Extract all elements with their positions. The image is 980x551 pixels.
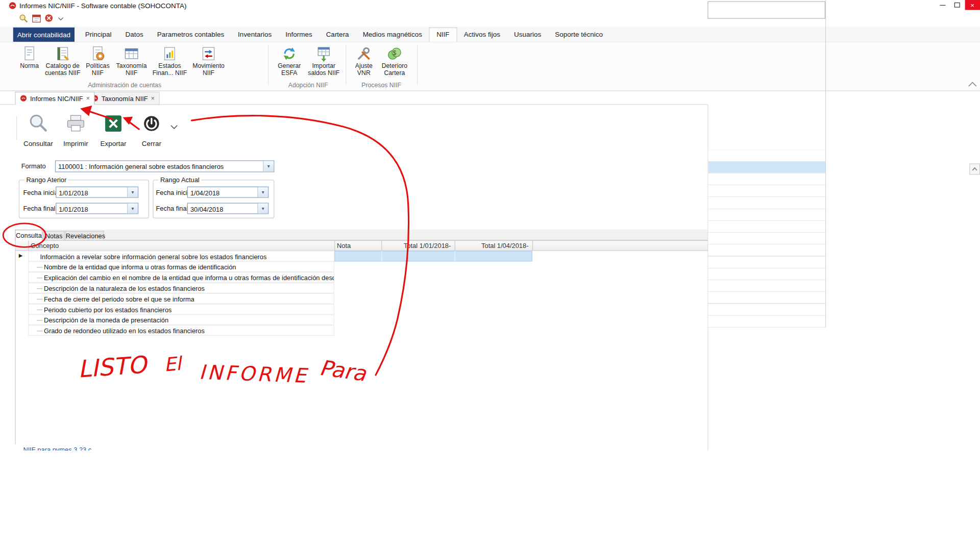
calendar-icon[interactable] [32, 14, 41, 23]
dropdown-caret-icon[interactable]: ▾ [257, 187, 268, 197]
imprimir-button[interactable]: Imprimir [58, 112, 94, 147]
table-row[interactable]: Descripción de la naturaleza de los esta… [28, 283, 334, 293]
toolbar-more-chevron-icon[interactable] [170, 125, 178, 130]
group-separator [417, 45, 418, 85]
background-panel-box [707, 1, 825, 18]
ribbon-tab-inventarios[interactable]: Inventarios [231, 28, 279, 42]
ribbon-item-importar-saldos[interactable]: Importar saldos NIIF [306, 44, 342, 76]
maximize-button[interactable] [950, 0, 964, 10]
tab-notas[interactable]: Notas [43, 231, 65, 240]
app-icon [20, 95, 27, 102]
screen: Informes NIC/NIIF - Software contable (S… [0, 0, 980, 450]
ribbon-tab-row: Abrir contabilidad Principal Datos Param… [0, 26, 980, 42]
tab-close-icon[interactable]: × [151, 95, 155, 102]
report-grid: Concepto Nota Total 1/01/2018-1/01/2018 … [15, 240, 707, 444]
ribbon-collapse-chevron-icon[interactable] [968, 81, 977, 87]
dropdown-caret-icon[interactable]: ▾ [263, 161, 274, 172]
dropdown-caret-icon[interactable]: ▾ [257, 204, 268, 214]
tab-close-icon[interactable]: × [86, 95, 90, 102]
minimize-button[interactable] [936, 0, 949, 10]
table-row[interactable]: Periodo cubierto por los estados financi… [28, 304, 334, 315]
qat-overflow-chevron-icon[interactable] [58, 17, 63, 20]
ribbon-tab-usuarios[interactable]: Usuarios [507, 28, 548, 42]
ribbon-tab-informes[interactable]: Informes [279, 28, 319, 42]
dropdown-caret-icon[interactable]: ▾ [127, 187, 138, 197]
ribbon-group-adopcion: Generar ESFA Importar saldos NIIF [273, 44, 342, 76]
doc-tab-taxonomia[interactable]: Taxonomía NIIF × [86, 92, 160, 105]
title-bar: Informes NIC/NIIF - Software contable (S… [0, 0, 980, 11]
close-icon: × [970, 1, 974, 9]
ribbon-item-estados[interactable]: Estados Finan... NIIF [150, 44, 190, 76]
ribbon-item-catalogo[interactable]: Catalogo de cuentas NIIF [43, 44, 82, 76]
consultar-button[interactable]: Consultar [20, 112, 56, 147]
table-row[interactable]: Explicación del cambio en el nombre de l… [28, 272, 334, 283]
formato-combobox[interactable]: 1100001 : Información general sobre esta… [55, 160, 274, 172]
ribbon-item-norma[interactable]: Norma [16, 44, 43, 69]
grid-line [381, 240, 382, 251]
fecha-inicial-label: Fecha inicial [23, 188, 60, 196]
table-icon [124, 45, 140, 62]
minimize-icon [940, 5, 945, 5]
search-key-icon[interactable] [19, 14, 28, 23]
ribbon-tab-activos[interactable]: Activos fijos [457, 28, 507, 42]
ribbon-item-deterioro-cartera[interactable]: $ Deterioro Cartera [378, 44, 411, 76]
fecha-inicial-anterior-combobox[interactable]: 1/01/2018 ▾ [56, 187, 138, 198]
fecha-inicial-actual-combobox[interactable]: 1/04/2018 ▾ [187, 187, 268, 198]
ribbon-tab-cartera[interactable]: Cartera [319, 28, 356, 42]
ribbon-tab-medios[interactable]: Medios magnéticos [356, 28, 429, 42]
result-tab-strip [15, 230, 707, 240]
column-header-concepto[interactable]: Concepto [31, 241, 59, 250]
abrir-contabilidad-button[interactable]: Abrir contabilidad [13, 28, 75, 42]
ribbon-tab-datos[interactable]: Datos [118, 28, 150, 42]
table-row[interactable]: Grado de redondeo utilizado en los estad… [28, 325, 334, 336]
scroll-up-button[interactable] [969, 163, 980, 174]
ribbon-item-ajuste-vnr[interactable]: Ajuste VNR [350, 44, 378, 76]
table-row[interactable]: Información a revelar sobre información … [28, 251, 334, 262]
ribbon-group-administracion: Norma Catalogo de cuentas NIIF Políticas… [16, 44, 228, 76]
group-separator [268, 45, 268, 85]
niif-reference-link[interactable]: NIIF para pymes 3.23 c [23, 445, 274, 450]
magnifier-icon [28, 113, 49, 134]
close-button[interactable]: × [965, 0, 980, 10]
doc-tab-informes[interactable]: Informes NIC/NIIF × [15, 92, 94, 105]
ribbon-tab-parametros[interactable]: Parametros contables [150, 28, 231, 42]
table-row[interactable]: Fecha de cierre del periodo sobre el que… [28, 293, 334, 304]
grid-line [455, 240, 455, 251]
ribbon-item-generar-esfa[interactable]: Generar ESFA [273, 44, 306, 76]
ledger-icon [55, 45, 71, 62]
selected-row-highlight[interactable] [334, 251, 532, 262]
ribbon-item-politicas[interactable]: Políticas NIIF [82, 44, 113, 76]
ribbon-tabs: Principal Datos Parametros contables Inv… [78, 28, 609, 42]
grid-line [455, 251, 455, 262]
ribbon-tab-principal[interactable]: Principal [78, 28, 118, 42]
tab-revelaciones[interactable]: Revelaciones [65, 231, 104, 240]
close-red-icon[interactable] [44, 14, 54, 23]
money-coin-icon: $ [386, 45, 403, 62]
maximize-icon [954, 3, 960, 8]
fecha-final-anterior-combobox[interactable]: 1/01/2018 ▾ [56, 203, 138, 214]
refresh-arrows-icon [281, 45, 298, 62]
ribbon-tab-soporte[interactable]: Soporte técnico [548, 28, 610, 42]
ribbon-tab-niif[interactable]: NIIF [429, 28, 457, 42]
table-row[interactable]: Descripción de la moneda de presentación [28, 314, 334, 325]
rango-anterior-groupbox: Rango Aterior Fecha inicial 1/01/2018 ▾ … [19, 180, 149, 218]
ribbon-item-movimiento[interactable]: Movimiento NIIF [190, 44, 228, 76]
report-chart-icon [162, 45, 178, 62]
column-header-nota[interactable]: Nota [337, 241, 351, 250]
cerrar-button[interactable]: Cerrar [133, 112, 169, 147]
grid-line [334, 240, 335, 251]
rango-anterior-title: Rango Aterior [24, 176, 68, 184]
exportar-button[interactable]: Exportar [95, 112, 131, 147]
ribbon-item-taxonomia[interactable]: Taxonomía NIIF [113, 44, 150, 76]
tab-consulta[interactable]: Consulta [15, 230, 42, 241]
svg-text:$: $ [393, 49, 396, 57]
background-panel-rows [708, 150, 825, 329]
table-row[interactable]: Nombre de la entidad que informa u otras… [28, 261, 334, 272]
fecha-final-actual-combobox[interactable]: 30/04/2018 ▾ [187, 203, 268, 214]
fecha-final-label: Fecha final [156, 205, 188, 212]
background-panel-selected-row [708, 162, 825, 173]
ribbon-group-label: Procesos NIIF [350, 82, 413, 88]
dropdown-caret-icon[interactable]: ▾ [127, 204, 138, 214]
background-panel-border [825, 0, 826, 328]
grid-line [381, 251, 382, 262]
